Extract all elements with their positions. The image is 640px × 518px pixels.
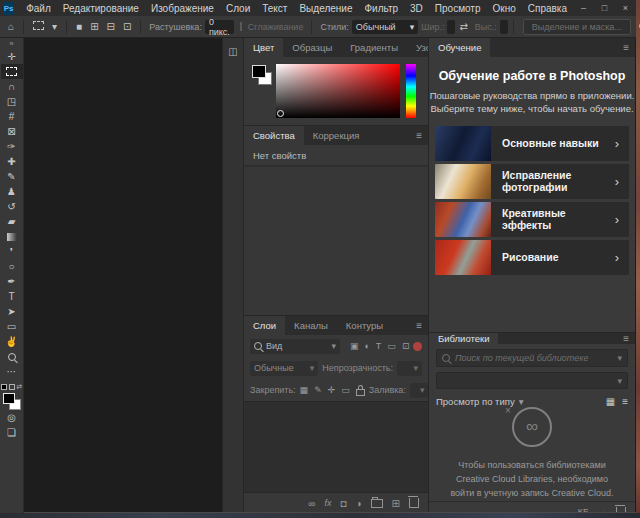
learn-card-basics[interactable]: Основные навыки ›: [435, 126, 629, 161]
collapsed-panel-icon[interactable]: ◫: [228, 46, 237, 57]
tab-adjustments[interactable]: Коррекция: [304, 126, 369, 145]
library-select[interactable]: ▾: [436, 372, 628, 389]
subtract-selection-mode-icon[interactable]: ⊟: [103, 21, 119, 32]
tab-channels[interactable]: Каналы: [285, 316, 337, 335]
tab-swatches[interactable]: Образцы: [283, 38, 341, 57]
tool-shape[interactable]: ▭: [1, 319, 23, 334]
tool-history-brush[interactable]: ↺: [1, 199, 23, 214]
hue-slider[interactable]: [406, 64, 416, 118]
menu-view[interactable]: Просмотр: [429, 3, 487, 14]
foreground-color-swatch[interactable]: [3, 393, 15, 404]
document-canvas-area[interactable]: [24, 38, 222, 513]
lock-transparency-icon[interactable]: ▦: [300, 385, 309, 395]
search-icon[interactable]: [635, 21, 640, 32]
tab-libraries[interactable]: Библиотеки: [429, 333, 498, 344]
menu-3d[interactable]: 3D: [404, 3, 429, 14]
tool-move[interactable]: ✛: [1, 49, 23, 64]
height-input[interactable]: [500, 20, 508, 34]
tab-color[interactable]: Цвет: [244, 38, 283, 57]
color-swatches[interactable]: [3, 393, 21, 410]
toolbar-collapse-icon[interactable]: »: [9, 38, 13, 49]
menu-help[interactable]: Справка: [522, 3, 573, 14]
lock-pixels-icon[interactable]: ✎: [314, 385, 322, 395]
minimize-button[interactable]: –: [573, 3, 594, 13]
add-selection-mode-icon[interactable]: ⊞: [86, 21, 102, 32]
fill-input[interactable]: ▾: [410, 383, 428, 398]
lock-artboard-icon[interactable]: ▭: [341, 385, 350, 395]
tool-eyedropper[interactable]: ✑: [1, 139, 23, 154]
filter-image-icon[interactable]: ▣: [350, 341, 359, 351]
filter-shape-icon[interactable]: ▭: [387, 341, 396, 351]
intersect-selection-mode-icon[interactable]: ⊡: [119, 21, 135, 32]
menu-filter[interactable]: Фильтр: [358, 3, 404, 14]
tool-gradient[interactable]: [1, 229, 23, 244]
blend-mode-select[interactable]: Обычные ▾: [250, 361, 318, 376]
foreground-color-swatch[interactable]: [252, 65, 266, 78]
panel-menu-icon[interactable]: ≡: [623, 333, 635, 344]
tab-learn[interactable]: Обучение: [429, 38, 490, 57]
quick-mask-button[interactable]: ◎: [1, 410, 23, 425]
tool-preset-chevron-icon[interactable]: ▾: [48, 21, 61, 32]
filter-toggle-switch[interactable]: [413, 342, 422, 351]
panel-menu-icon[interactable]: ≡: [416, 316, 428, 335]
tab-properties[interactable]: Свойства: [244, 126, 304, 145]
menu-select[interactable]: Выделение: [293, 3, 358, 14]
toolbar-more[interactable]: ⋯: [1, 364, 23, 379]
menu-edit[interactable]: Редактирование: [57, 3, 145, 14]
tool-pen[interactable]: ✒: [1, 274, 23, 289]
home-icon[interactable]: ⌂: [4, 21, 18, 32]
color-field-handle[interactable]: [277, 110, 284, 117]
filter-smart-object-icon[interactable]: ⊡: [402, 341, 410, 351]
menu-file[interactable]: Файл: [20, 3, 57, 14]
new-layer-icon[interactable]: ⊞: [392, 498, 400, 509]
tab-layers[interactable]: Слои: [244, 316, 285, 335]
select-and-mask-button[interactable]: Выделение и маска...: [523, 19, 631, 35]
swap-dimensions-icon[interactable]: ⇄: [455, 21, 471, 32]
tool-path-selection[interactable]: ➤: [1, 304, 23, 319]
saturation-brightness-field[interactable]: [276, 64, 400, 118]
learn-card-creative-effects[interactable]: Креативные эффекты ›: [435, 202, 629, 237]
layer-filter-select[interactable]: Вид ▾: [250, 339, 340, 354]
new-selection-mode-icon[interactable]: ■: [72, 21, 86, 32]
library-search-input[interactable]: Поиск по текущей библиотеке ▾: [436, 349, 628, 367]
foreground-background-swatches[interactable]: [252, 65, 272, 85]
tool-frame[interactable]: ⊠: [1, 124, 23, 139]
tool-blur[interactable]: ❜: [1, 244, 23, 259]
tab-paths[interactable]: Контуры: [337, 316, 392, 335]
tab-gradients[interactable]: Градиенты: [341, 38, 407, 57]
add-mask-icon[interactable]: ◘: [341, 498, 347, 509]
tool-crop[interactable]: #: [1, 109, 23, 124]
list-view-icon[interactable]: ≡: [622, 396, 628, 407]
filter-type-icon[interactable]: T: [376, 341, 382, 351]
styles-select[interactable]: Обычный▾: [352, 20, 418, 34]
width-input[interactable]: [447, 20, 455, 34]
screen-mode-button[interactable]: ❏: [1, 425, 23, 440]
tool-type[interactable]: T: [1, 289, 23, 304]
tool-clone-stamp[interactable]: ♟: [1, 184, 23, 199]
close-button[interactable]: ×: [615, 3, 636, 13]
active-tool-icon[interactable]: [29, 21, 48, 32]
tool-eraser[interactable]: ▰: [1, 214, 23, 229]
menu-window[interactable]: Окно: [487, 3, 522, 14]
antialias-checkbox[interactable]: [240, 22, 242, 31]
tool-spot-healing[interactable]: ✚: [1, 154, 23, 169]
default-and-swap-colors[interactable]: ⇄: [1, 382, 23, 391]
new-group-folder-icon[interactable]: [371, 499, 383, 508]
view-by-type-label[interactable]: Просмотр по типу: [436, 396, 515, 407]
panel-menu-icon[interactable]: ≡: [416, 126, 428, 145]
learn-card-drawing[interactable]: Рисование ›: [435, 240, 629, 275]
tool-brush[interactable]: ✎: [1, 169, 23, 184]
lock-position-icon[interactable]: ✛: [328, 385, 336, 395]
panel-menu-icon[interactable]: ≡: [623, 38, 635, 57]
layer-style-fx-icon[interactable]: fx: [325, 498, 332, 508]
maximize-button[interactable]: □: [594, 3, 615, 13]
filter-adjustment-icon[interactable]: ◐: [364, 341, 369, 351]
learn-card-photo-fix[interactable]: Исправление фотографии ›: [435, 164, 629, 199]
delete-layer-trash-icon[interactable]: [409, 498, 419, 508]
feather-input[interactable]: 0 пикс.: [205, 20, 234, 34]
opacity-input[interactable]: ▾: [397, 361, 422, 376]
link-layers-icon[interactable]: ∞: [308, 498, 315, 509]
tool-object-selection[interactable]: ◳: [1, 94, 23, 109]
lock-all-icon[interactable]: [356, 389, 365, 396]
layers-list[interactable]: [244, 401, 428, 492]
